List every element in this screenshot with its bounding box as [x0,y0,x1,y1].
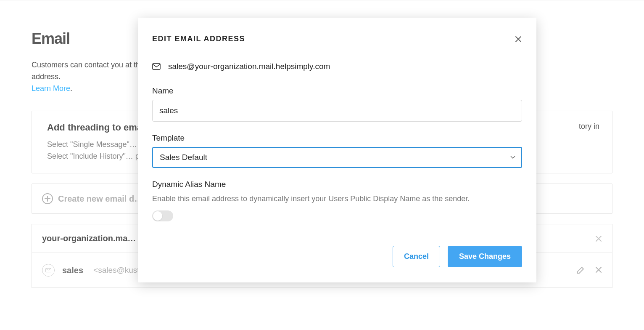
dynamic-alias-toggle[interactable] [152,210,173,221]
period: . [70,84,72,93]
template-select[interactable]: Sales Default [152,147,522,168]
modal-email-display: sales@your-organization.mail.helpsimply.… [152,62,522,71]
svg-rect-1 [153,64,160,69]
close-icon[interactable] [515,35,522,43]
threading-line1: Select "Single Message"… [47,140,137,149]
toggle-knob [153,211,162,221]
mail-icon [152,63,161,70]
create-email-label: Create new email d… [58,194,143,204]
plus-icon [42,193,53,204]
mail-icon [42,264,55,277]
delete-icon[interactable] [595,266,602,274]
close-icon[interactable] [595,235,602,242]
domain-title: your-organization.ma… [42,234,136,243]
edit-icon[interactable] [577,266,584,274]
email-row-name: sales [62,266,83,275]
save-button[interactable]: Save Changes [448,246,522,267]
dynamic-alias-help: Enable this email address to dynamically… [152,193,522,205]
template-label: Template [152,133,522,143]
edit-email-modal: EDIT EMAIL ADDRESS sales@your-organizati… [138,18,536,282]
modal-title: EDIT EMAIL ADDRESS [152,35,245,43]
threading-right-fragment: tory in [579,122,599,131]
name-label: Name [152,86,522,96]
cancel-button[interactable]: Cancel [393,246,440,267]
modal-email-address: sales@your-organization.mail.helpsimply.… [168,62,330,71]
learn-more-link[interactable]: Learn More [32,84,70,93]
dynamic-alias-label: Dynamic Alias Name [152,180,522,189]
name-input[interactable] [152,100,522,122]
